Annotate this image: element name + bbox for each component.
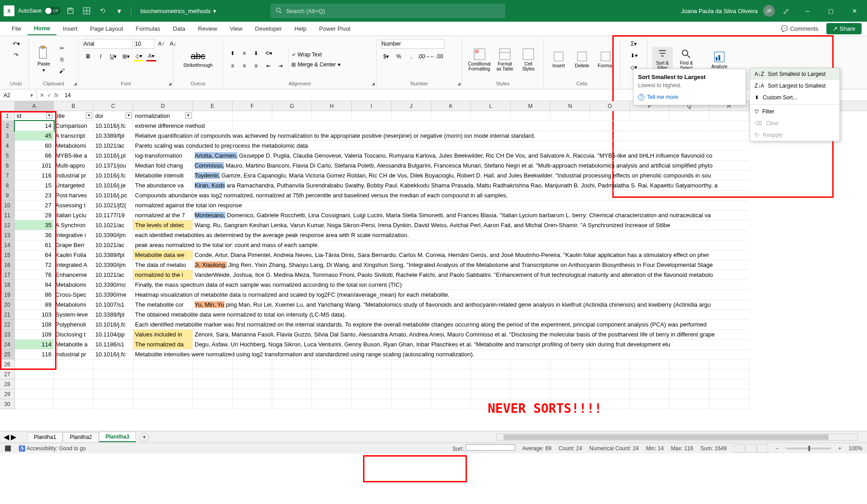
cell[interactable] bbox=[630, 260, 670, 270]
cell[interactable]: Metabolite intensities were normalized u… bbox=[133, 350, 193, 359]
align-right[interactable]: ≡ bbox=[251, 61, 261, 71]
cell[interactable]: 45 bbox=[15, 131, 54, 141]
cell[interactable] bbox=[352, 270, 392, 280]
cell[interactable] bbox=[312, 270, 352, 280]
row-header-20[interactable]: 20 bbox=[0, 300, 15, 310]
cell[interactable] bbox=[312, 369, 352, 379]
cell[interactable] bbox=[471, 161, 511, 171]
cell[interactable] bbox=[709, 131, 749, 141]
cell[interactable] bbox=[392, 220, 431, 230]
cell[interactable]: normalized to the i bbox=[133, 270, 193, 280]
cell[interactable] bbox=[272, 260, 312, 270]
cell[interactable] bbox=[590, 300, 630, 310]
row-header-30[interactable]: 30 bbox=[0, 399, 15, 409]
cell[interactable] bbox=[630, 141, 670, 151]
cell[interactable] bbox=[511, 111, 550, 121]
cell[interactable]: Multi-appro bbox=[54, 161, 93, 171]
cell[interactable] bbox=[630, 389, 670, 399]
cell[interactable] bbox=[709, 330, 749, 340]
cell[interactable] bbox=[511, 131, 550, 141]
cell[interactable] bbox=[272, 300, 312, 310]
cell[interactable]: Industrial pr bbox=[54, 171, 93, 181]
horizontal-scrollbar[interactable] bbox=[497, 434, 858, 441]
cell[interactable] bbox=[670, 310, 709, 320]
cell[interactable]: 10.3389/fpl bbox=[93, 310, 133, 320]
row-header-26[interactable]: 26 bbox=[0, 359, 15, 369]
insert-cells-button[interactable]: Insert bbox=[548, 49, 569, 70]
cell[interactable]: Metabolomi bbox=[54, 300, 93, 310]
cell[interactable] bbox=[312, 171, 352, 181]
cell[interactable] bbox=[471, 389, 511, 399]
cell[interactable] bbox=[392, 340, 431, 350]
cell[interactable] bbox=[511, 290, 550, 300]
cell[interactable] bbox=[471, 330, 511, 340]
cell[interactable] bbox=[233, 350, 272, 359]
cell[interactable] bbox=[431, 350, 471, 359]
cell[interactable] bbox=[392, 260, 431, 270]
align-center[interactable]: ≡ bbox=[239, 61, 249, 71]
cell[interactable] bbox=[233, 320, 272, 330]
col-header-N[interactable]: N bbox=[550, 101, 590, 111]
filter-dropdown[interactable]: ▼ bbox=[46, 112, 52, 119]
cell[interactable] bbox=[590, 250, 630, 260]
cell[interactable] bbox=[511, 201, 550, 210]
cell[interactable] bbox=[431, 399, 471, 409]
cell[interactable] bbox=[471, 369, 511, 379]
cell[interactable] bbox=[630, 191, 670, 201]
cell[interactable] bbox=[511, 230, 550, 240]
fill-button[interactable]: ⬇▾ bbox=[629, 51, 639, 61]
cell[interactable] bbox=[550, 240, 590, 250]
view-page-break[interactable] bbox=[757, 444, 768, 453]
cell[interactable] bbox=[670, 230, 709, 240]
col-header-H[interactable]: H bbox=[312, 101, 352, 111]
cell[interactable] bbox=[511, 260, 550, 270]
cell[interactable] bbox=[272, 280, 312, 290]
cell[interactable] bbox=[193, 399, 233, 409]
cell[interactable] bbox=[590, 240, 630, 250]
cell[interactable]: each identified metabolites as determine… bbox=[133, 230, 193, 240]
cell[interactable]: 10.1021/ac bbox=[93, 220, 133, 230]
col-header-E[interactable]: E bbox=[193, 101, 233, 111]
cell[interactable] bbox=[431, 320, 471, 330]
cell[interactable] bbox=[630, 350, 670, 359]
cell[interactable]: Comparison bbox=[54, 121, 93, 131]
row-header-19[interactable]: 19 bbox=[0, 290, 15, 300]
cell[interactable] bbox=[431, 151, 471, 161]
zoom-out[interactable]: − bbox=[775, 445, 778, 452]
cell[interactable] bbox=[352, 121, 392, 131]
sort-largest-smallest[interactable]: Z↓ASort Largest to Smallest bbox=[750, 80, 839, 92]
cell[interactable] bbox=[550, 151, 590, 161]
maximize-button[interactable]: ▢ bbox=[822, 2, 840, 20]
cell[interactable] bbox=[431, 330, 471, 340]
cell[interactable]: 103 bbox=[15, 310, 54, 320]
cell[interactable] bbox=[511, 300, 550, 310]
filter-dropdown[interactable]: ▼ bbox=[126, 112, 132, 119]
cell[interactable] bbox=[511, 171, 550, 181]
cell[interactable] bbox=[193, 191, 233, 201]
tell-me-more-link[interactable]: ? Tell me more bbox=[638, 94, 741, 100]
cell[interactable] bbox=[312, 330, 352, 340]
cell[interactable] bbox=[550, 260, 590, 270]
cell[interactable] bbox=[233, 300, 272, 310]
cell[interactable] bbox=[93, 369, 133, 379]
cell[interactable] bbox=[352, 330, 392, 340]
cell[interactable] bbox=[392, 111, 431, 121]
cell[interactable]: 10.1021/ac bbox=[93, 240, 133, 250]
cell[interactable] bbox=[93, 379, 133, 389]
cell[interactable] bbox=[670, 210, 709, 220]
cell[interactable] bbox=[670, 181, 709, 191]
sheet-tab-2[interactable]: Planilha2 bbox=[63, 432, 98, 442]
tab-page-layout[interactable]: Page Layout bbox=[84, 23, 130, 35]
cell[interactable] bbox=[630, 320, 670, 330]
col-header-O[interactable]: O bbox=[590, 101, 630, 111]
align-left[interactable]: ≡ bbox=[228, 61, 238, 71]
pen-icon[interactable] bbox=[780, 5, 793, 17]
cell[interactable] bbox=[392, 230, 431, 240]
cell[interactable] bbox=[511, 121, 550, 131]
cell[interactable] bbox=[709, 151, 749, 161]
cell[interactable]: 23 bbox=[15, 191, 54, 201]
cell[interactable] bbox=[590, 330, 630, 340]
cell[interactable] bbox=[550, 350, 590, 359]
cell[interactable] bbox=[670, 290, 709, 300]
cell[interactable] bbox=[431, 290, 471, 300]
